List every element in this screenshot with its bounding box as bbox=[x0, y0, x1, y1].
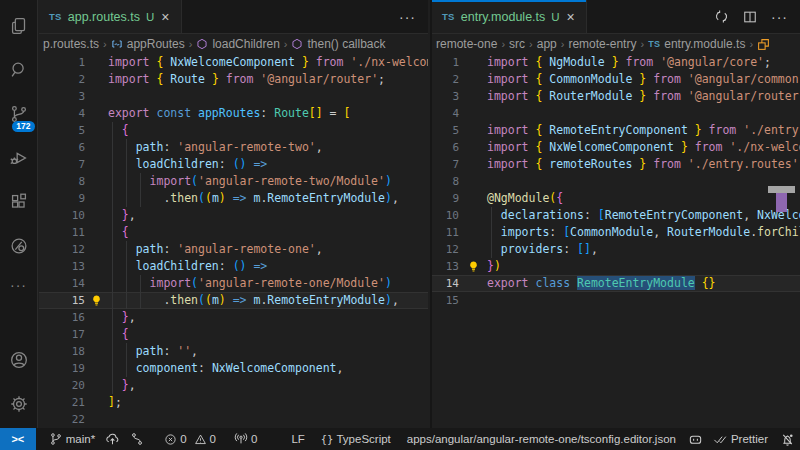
close-tab-icon[interactable]: × bbox=[160, 10, 170, 24]
formatter-status[interactable]: Prettier bbox=[708, 428, 773, 450]
run-debug-icon[interactable] bbox=[0, 136, 38, 180]
code-line[interactable]: 12 providers: [], bbox=[432, 241, 800, 258]
split-editor-icon[interactable] bbox=[743, 10, 757, 24]
more-actions-icon[interactable]: ··· bbox=[771, 9, 788, 25]
code-line[interactable]: 11 { bbox=[39, 224, 428, 241]
tab-app-routes[interactable]: TS app.routes.ts U × bbox=[39, 0, 182, 33]
line-number: 14 bbox=[432, 275, 459, 292]
code-line[interactable]: 5 { bbox=[39, 122, 428, 139]
code-text: import { remoteRoutes } from './entry.ro… bbox=[487, 156, 800, 173]
git-untracked-badge: U bbox=[551, 11, 559, 23]
lightbulb-icon[interactable] bbox=[459, 260, 487, 273]
code-area-left[interactable]: 1import { NxWelcomeComponent } from './n… bbox=[39, 54, 428, 428]
code-line[interactable]: 4export const appRoutes: Route[] = [ bbox=[39, 105, 428, 122]
code-text: path: 'angular-remote-two', bbox=[108, 139, 323, 156]
settings-gear-icon[interactable] bbox=[0, 382, 38, 426]
more-actions-icon[interactable]: ··· bbox=[399, 9, 416, 25]
git-graph-icon[interactable] bbox=[125, 428, 149, 450]
code-line[interactable]: 14export class RemoteEntryModule {} bbox=[432, 275, 800, 292]
breadcrumb-item[interactable]: appRoutes bbox=[111, 37, 185, 51]
breadcrumb-item[interactable]: TSentry.module.ts bbox=[648, 37, 745, 51]
code-line[interactable]: 22 bbox=[39, 411, 428, 428]
close-tab-icon[interactable]: × bbox=[566, 10, 576, 24]
line-number: 3 bbox=[39, 88, 85, 105]
breadcrumb-item[interactable]: src bbox=[509, 37, 525, 51]
code-line[interactable]: 15 bbox=[432, 292, 800, 309]
code-line[interactable]: 13 loadChildren: () => bbox=[39, 258, 428, 275]
source-control-icon[interactable]: 172 bbox=[0, 92, 38, 136]
code-line[interactable]: 5import { RemoteEntryComponent } from '.… bbox=[432, 122, 800, 139]
breadcrumb-separator: › bbox=[500, 38, 506, 50]
copilot-icon[interactable] bbox=[683, 428, 708, 450]
code-text: import { NxWelcomeComponent } from './nx… bbox=[108, 54, 428, 71]
breadcrumb-item[interactable]: p.routes.ts bbox=[43, 37, 99, 51]
lightbulb-icon[interactable] bbox=[85, 294, 108, 307]
line-number: 15 bbox=[432, 292, 459, 309]
code-line[interactable]: 7 loadChildren: () => bbox=[39, 156, 428, 173]
tab-entry-module[interactable]: TS entry.module.ts U × bbox=[432, 0, 587, 33]
code-line[interactable]: 17 { bbox=[39, 326, 428, 343]
publish-changes-icon[interactable] bbox=[100, 428, 125, 450]
more-views-icon[interactable]: ··· bbox=[0, 268, 38, 302]
breadcrumb-separator: › bbox=[528, 38, 534, 50]
code-line[interactable]: 6import { NxWelcomeComponent } from './n… bbox=[432, 139, 800, 156]
remote-indicator[interactable]: >< bbox=[0, 428, 36, 450]
eol-indicator[interactable]: LF bbox=[286, 428, 309, 450]
code-line[interactable]: 7import { remoteRoutes } from './entry.r… bbox=[432, 156, 800, 173]
code-line[interactable]: 19 component: NxWelcomeComponent, bbox=[39, 360, 428, 377]
line-number: 2 bbox=[39, 71, 85, 88]
breadcrumb-item[interactable]: app bbox=[537, 37, 557, 51]
code-text: ]; bbox=[108, 394, 122, 411]
code-line[interactable]: 1import { NgModule } from '@angular/core… bbox=[432, 54, 800, 71]
breadcrumb-item[interactable]: then() callback bbox=[291, 37, 385, 51]
explorer-icon[interactable] bbox=[0, 4, 38, 48]
code-line[interactable]: 9@NgModule({ bbox=[432, 190, 800, 207]
account-icon[interactable] bbox=[0, 338, 38, 382]
language-mode[interactable]: {} TypeScript bbox=[316, 428, 396, 450]
line-number: 8 bbox=[39, 173, 85, 190]
code-line[interactable]: 6 path: 'angular-remote-two', bbox=[39, 139, 428, 156]
forwarded-ports-status[interactable]: 0 bbox=[229, 428, 262, 450]
line-number: 10 bbox=[39, 207, 85, 224]
code-line[interactable]: 9 .then((m) => m.RemoteEntryModule), bbox=[39, 190, 428, 207]
code-line[interactable]: 10 declarations: [RemoteEntryComponent, … bbox=[432, 207, 800, 224]
code-line[interactable]: 2import { Route } from '@angular/router'… bbox=[39, 71, 428, 88]
nx-console-icon[interactable] bbox=[0, 224, 38, 268]
breadcrumb-item[interactable]: remote-one bbox=[436, 37, 497, 51]
code-line[interactable]: 20 }, bbox=[39, 377, 428, 394]
problems-status[interactable]: 0 0 bbox=[159, 428, 221, 450]
code-line[interactable]: 13}) bbox=[432, 258, 800, 275]
code-line[interactable]: 10 }, bbox=[39, 207, 428, 224]
breadcrumb-item[interactable] bbox=[757, 38, 770, 51]
code-line[interactable]: 4 bbox=[432, 105, 800, 122]
code-line[interactable]: 15 .then((m) => m.RemoteEntryModule), bbox=[39, 292, 428, 309]
code-line[interactable]: 8 import('angular-remote-two/Module') bbox=[39, 173, 428, 190]
line-number: 7 bbox=[39, 156, 85, 173]
git-branch-status[interactable]: main* bbox=[44, 428, 100, 450]
code-line[interactable]: 16 }, bbox=[39, 309, 428, 326]
formatter-label: Prettier bbox=[731, 433, 768, 445]
extensions-icon[interactable] bbox=[0, 180, 38, 224]
breadcrumb-item[interactable]: loadChildren bbox=[196, 37, 279, 51]
code-line[interactable]: 11 imports: [CommonModule, RouterModule.… bbox=[432, 224, 800, 241]
search-icon[interactable] bbox=[0, 48, 38, 92]
line-number: 16 bbox=[39, 309, 85, 326]
code-line[interactable]: 21]; bbox=[39, 394, 428, 411]
code-line[interactable]: 2import { CommonModule } from '@angular/… bbox=[432, 71, 800, 88]
breadcrumb-item[interactable]: remote-entry bbox=[568, 37, 636, 51]
notifications-icon[interactable] bbox=[775, 428, 800, 450]
breadcrumb-separator: › bbox=[102, 38, 108, 50]
open-changes-icon[interactable] bbox=[714, 9, 729, 24]
code-area-right[interactable]: 1import { NgModule } from '@angular/core… bbox=[432, 54, 800, 309]
code-line[interactable]: 3import { RouterModule } from '@angular/… bbox=[432, 88, 800, 105]
code-line[interactable]: 12 path: 'angular-remote-one', bbox=[39, 241, 428, 258]
tsconfig-path[interactable]: apps/angular/angular-remote-one/tsconfig… bbox=[402, 428, 681, 450]
line-number: 13 bbox=[39, 258, 85, 275]
code-line[interactable]: 14 import('angular-remote-one/Module') bbox=[39, 275, 428, 292]
code-line[interactable]: 8 bbox=[432, 173, 800, 190]
code-line[interactable]: 1import { NxWelcomeComponent } from './n… bbox=[39, 54, 428, 71]
indent-guide bbox=[112, 122, 113, 394]
line-number: 8 bbox=[432, 173, 459, 190]
code-line[interactable]: 18 path: '', bbox=[39, 343, 428, 360]
code-line[interactable]: 3 bbox=[39, 88, 428, 105]
